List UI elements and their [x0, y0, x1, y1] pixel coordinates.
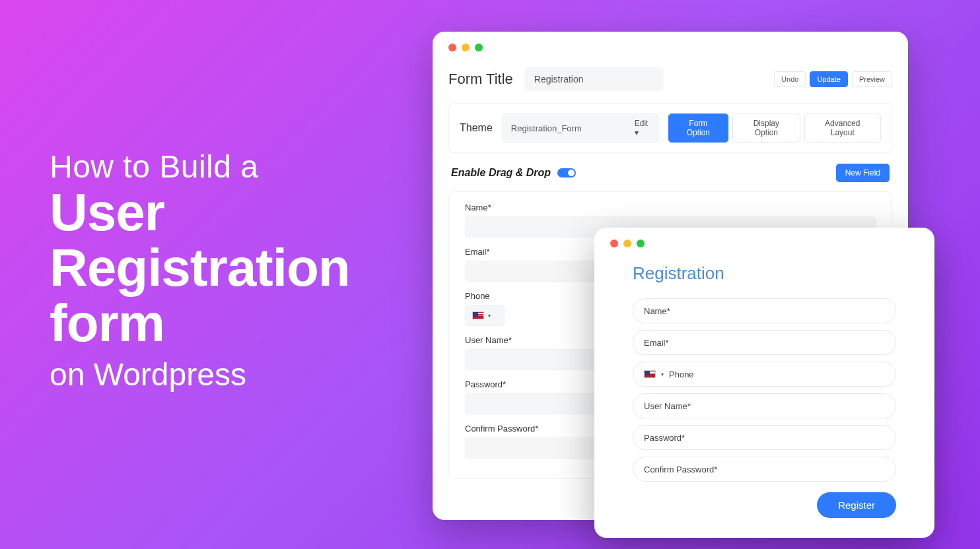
theme-edit-dropdown[interactable]: Edit ▾ — [635, 119, 650, 137]
undo-button[interactable]: Undo — [774, 71, 806, 87]
preview-button[interactable]: Preview — [852, 71, 892, 87]
theme-panel: Theme Registration_Form Edit ▾ Form Opti… — [448, 103, 892, 153]
preview-input-username[interactable]: User Name* — [633, 393, 896, 418]
traffic-lights — [448, 44, 892, 51]
preview-input-email[interactable]: Email* — [633, 330, 896, 355]
close-icon[interactable] — [448, 44, 456, 51]
theme-value: Registration_Form — [511, 123, 582, 133]
drag-drop-label: Enable Drag & Drop — [451, 167, 551, 179]
field-label: Name* — [465, 203, 876, 212]
headline-line2: UserRegistrationform — [50, 185, 350, 351]
form-title-row: Form Title Undo Update Preview — [448, 67, 892, 91]
preview-title: Registration — [633, 263, 919, 284]
drag-drop-row: Enable Drag & Drop New Field — [448, 164, 892, 191]
minimize-icon[interactable] — [623, 240, 631, 247]
update-button[interactable]: Update — [810, 71, 847, 87]
preview-input-name[interactable]: Name* — [633, 298, 896, 323]
us-flag-icon — [472, 311, 484, 319]
form-title-label: Form Title — [448, 71, 513, 88]
traffic-lights — [610, 240, 919, 247]
phone-country-select[interactable]: ▾ — [465, 305, 505, 326]
drag-drop-toggle[interactable] — [557, 168, 576, 178]
new-field-button[interactable]: New Field — [836, 164, 890, 182]
chevron-down-icon: ▾ — [488, 313, 491, 319]
chevron-down-icon: ▾ — [661, 371, 664, 377]
register-button[interactable]: Register — [817, 492, 896, 518]
chevron-down-icon: ▾ — [635, 128, 639, 137]
preview-input-password[interactable]: Password* — [633, 425, 896, 450]
preview-fields: Name* Email* ▾ Phone User Name* Password… — [610, 298, 919, 482]
tab-form-option[interactable]: Form Option — [668, 113, 729, 143]
headline: How to Build a UserRegistrationform on W… — [50, 148, 350, 393]
form-title-input[interactable] — [525, 67, 664, 91]
minimize-icon[interactable] — [462, 44, 470, 51]
us-flag-icon — [644, 370, 656, 378]
headline-line3: on Wordpress — [50, 356, 350, 393]
theme-select[interactable]: Registration_Form Edit ▾ — [502, 113, 659, 143]
preview-window: Registration Name* Email* ▾ Phone User N… — [594, 228, 934, 538]
tab-display-option[interactable]: Display Option — [732, 113, 800, 143]
maximize-icon[interactable] — [637, 240, 645, 247]
close-icon[interactable] — [610, 240, 618, 247]
theme-label: Theme — [460, 122, 493, 134]
preview-input-confirm-password[interactable]: Confirm Password* — [633, 457, 896, 482]
maximize-icon[interactable] — [475, 44, 483, 51]
tab-advanced-layout[interactable]: Advanced Layout — [804, 113, 881, 143]
preview-input-phone[interactable]: ▾ Phone — [633, 362, 896, 387]
headline-line1: How to Build a — [50, 148, 350, 185]
